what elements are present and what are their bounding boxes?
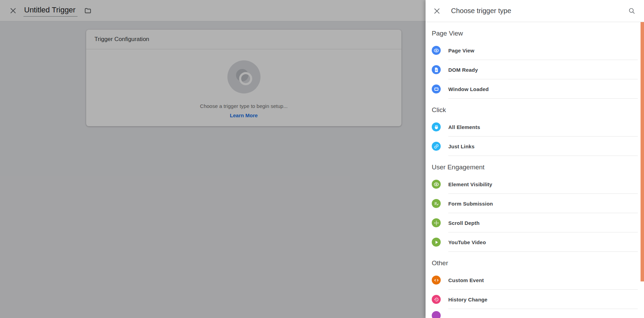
close-panel-button[interactable] xyxy=(432,6,442,16)
close-icon xyxy=(433,8,440,14)
trigger-type-label: History Change xyxy=(448,297,488,302)
trigger-type-partial[interactable] xyxy=(426,309,644,318)
trigger-type-label: Page View xyxy=(448,48,474,53)
mouse-icon xyxy=(432,122,441,131)
trigger-type-label: Form Submission xyxy=(448,201,493,207)
trigger-type-scroll-depth[interactable]: Scroll Depth xyxy=(426,213,644,232)
trigger-type-label: Window Loaded xyxy=(448,86,489,92)
form-check-icon xyxy=(432,199,441,208)
trigger-type-youtube-video[interactable]: YouTube Video xyxy=(426,232,644,252)
history-icon xyxy=(432,295,441,304)
move-icon xyxy=(432,218,441,227)
window-icon xyxy=(432,85,441,93)
panel-title: Choose trigger type xyxy=(451,7,627,15)
modal-dim-overlay xyxy=(0,0,426,318)
trigger-type-custom-event[interactable]: Custom Event xyxy=(426,270,644,290)
link-icon xyxy=(432,142,441,151)
trigger-type-label: DOM Ready xyxy=(448,67,478,73)
section-title-user-engagement: User Engagement xyxy=(426,156,644,175)
trigger-type-history-change[interactable]: History Change xyxy=(426,290,644,309)
document-icon xyxy=(432,65,441,74)
trigger-type-window-loaded[interactable]: Window Loaded xyxy=(426,79,644,99)
panel-scrollbar-thumb[interactable] xyxy=(641,22,644,281)
section-title-click: Click xyxy=(426,99,644,117)
trigger-type-label: Just Links xyxy=(448,143,474,149)
gtm-trigger-editor: Untitled Trigger Trigger Configuration C… xyxy=(0,0,644,318)
eye-icon xyxy=(432,180,441,189)
eye-icon xyxy=(432,46,441,55)
trigger-type-label: Element Visibility xyxy=(448,181,492,187)
panel-sections: Page ViewPage ViewDOM ReadyWindow Loaded… xyxy=(426,22,644,318)
trigger-type-label: YouTube Video xyxy=(448,239,486,245)
trigger-type-dom-ready[interactable]: DOM Ready xyxy=(426,60,644,79)
panel-header: Choose trigger type xyxy=(426,0,644,22)
choose-trigger-type-panel: Choose trigger type Page ViewPage ViewDO… xyxy=(426,0,644,318)
code-icon xyxy=(432,276,441,285)
section-title-other: Other xyxy=(426,252,644,270)
trigger-type-page-view[interactable]: Page View xyxy=(426,41,644,60)
section-title-page-view: Page View xyxy=(426,22,644,41)
search-button[interactable] xyxy=(627,6,636,16)
circle-icon xyxy=(432,311,441,318)
trigger-type-element-visibility[interactable]: Element Visibility xyxy=(426,175,644,194)
trigger-type-just-links[interactable]: Just Links xyxy=(426,137,644,156)
trigger-type-label: Custom Event xyxy=(448,277,484,283)
trigger-type-form-submission[interactable]: Form Submission xyxy=(426,194,644,213)
trigger-type-label: All Elements xyxy=(448,124,480,130)
trigger-type-label: Scroll Depth xyxy=(448,220,480,226)
play-icon xyxy=(432,238,441,247)
trigger-type-all-elements[interactable]: All Elements xyxy=(426,117,644,137)
search-icon xyxy=(628,7,635,14)
